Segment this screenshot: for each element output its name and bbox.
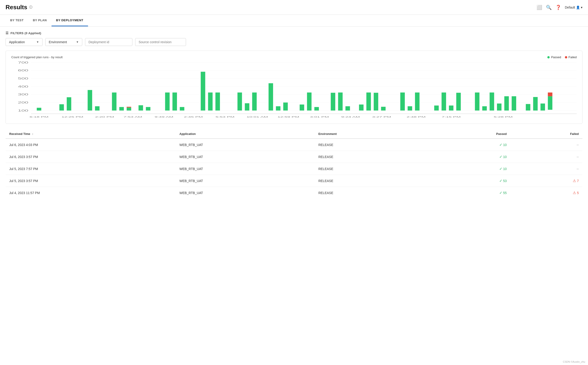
tab-by-deployment[interactable]: BY DEPLOYMENT <box>51 15 88 26</box>
svg-text:2:45 PM: 2:45 PM <box>184 115 203 118</box>
svg-rect-48 <box>407 106 412 110</box>
check-icon: ✓ <box>499 143 502 147</box>
cell-received-time: Jul 5, 2023 7:57 PM <box>6 163 176 175</box>
table-header-row: Received Time ↑ Application Environment … <box>6 129 582 139</box>
th-failed: Failed <box>510 129 582 139</box>
user-menu[interactable]: Default 👤 ▾ <box>565 6 582 9</box>
svg-text:100: 100 <box>18 109 28 112</box>
application-filter-label: Application <box>9 40 25 44</box>
tabs-bar: BY TEST BY PLAN BY DEPLOYMENT <box>0 15 588 27</box>
page-title: Results ⓘ <box>6 4 32 11</box>
svg-rect-21 <box>127 107 131 110</box>
passed-value[interactable]: 10 <box>503 167 507 171</box>
svg-rect-42 <box>345 106 350 110</box>
cell-failed: -- <box>510 139 582 151</box>
cell-failed: ⚠7 <box>510 175 582 187</box>
svg-text:3:01 PM: 3:01 PM <box>310 115 329 118</box>
svg-rect-30 <box>215 92 220 110</box>
cell-passed: ✓10 <box>430 139 511 151</box>
table-row: Jul 4, 2023 11:57 PMWEB_RTB_UATRELEASE✓5… <box>6 187 582 199</box>
source-control-input[interactable] <box>135 38 186 46</box>
page: Results ⓘ ⬜ 🔍 ❓ Default 👤 ▾ BY TEST BY P… <box>0 0 588 365</box>
svg-text:5:28 PM: 5:28 PM <box>494 115 513 118</box>
failed-dot <box>565 56 567 58</box>
cell-passed: ✓55 <box>430 187 511 199</box>
cell-application: WEB_RTB_UAT <box>176 187 315 199</box>
results-table-section: Received Time ↑ Application Environment … <box>6 129 582 199</box>
cell-environment: RELEASE <box>315 187 430 199</box>
svg-rect-59 <box>512 96 516 111</box>
environment-filter[interactable]: Environment ▼ <box>45 38 82 46</box>
svg-rect-58 <box>504 96 509 111</box>
failed-value[interactable]: 5 <box>577 191 579 195</box>
info-icon[interactable]: ⓘ <box>29 5 32 9</box>
failed-value[interactable]: 7 <box>577 179 579 183</box>
svg-rect-54 <box>475 92 480 110</box>
user-avatar-icon: 👤 <box>576 6 580 9</box>
tab-by-test[interactable]: BY TEST <box>6 15 28 26</box>
svg-rect-51 <box>441 92 446 110</box>
svg-rect-25 <box>165 92 170 110</box>
svg-text:9:49 AM: 9:49 AM <box>154 115 173 118</box>
chart-header: Count of triggered plan runs - by result… <box>11 56 577 59</box>
cell-environment: RELEASE <box>315 139 430 151</box>
monitor-icon[interactable]: ⬜ <box>537 5 542 10</box>
search-icon[interactable]: 🔍 <box>546 5 552 10</box>
th-passed: Passed <box>430 129 511 139</box>
chart-title: Count of triggered plan runs - by result <box>11 56 63 59</box>
header: Results ⓘ ⬜ 🔍 ❓ Default 👤 ▾ <box>0 0 588 15</box>
filter-controls: Application ▼ Environment ▼ <box>6 38 582 46</box>
svg-rect-33 <box>252 92 257 110</box>
svg-text:12:59 PM: 12:59 PM <box>278 115 299 118</box>
svg-rect-57 <box>497 104 502 110</box>
main-content: ☰ FILTERS (0 Applied) Application ▼ Envi… <box>0 27 588 203</box>
deployment-id-input[interactable] <box>85 38 132 46</box>
svg-rect-32 <box>245 103 250 110</box>
svg-text:7:53 AM: 7:53 AM <box>124 115 142 118</box>
svg-text:7:15 PM: 7:15 PM <box>442 115 461 118</box>
svg-rect-44 <box>366 92 371 110</box>
svg-rect-47 <box>400 92 405 110</box>
cell-environment: RELEASE <box>315 151 430 163</box>
svg-text:5:53 PM: 5:53 PM <box>216 115 235 118</box>
svg-text:3:27 PM: 3:27 PM <box>372 115 391 118</box>
application-filter-arrow: ▼ <box>36 40 39 44</box>
th-received-time[interactable]: Received Time ↑ <box>6 129 176 139</box>
legend-failed-label: Failed <box>569 56 577 59</box>
cell-application: WEB_RTB_UAT <box>176 175 315 187</box>
svg-rect-61 <box>533 97 538 111</box>
chart-area: 700 600 500 400 300 200 100 <box>11 61 577 121</box>
sort-asc-icon: ↑ <box>32 133 34 135</box>
svg-text:300: 300 <box>18 93 28 96</box>
cell-application: WEB_RTB_UAT <box>176 139 315 151</box>
svg-text:12:25 PM: 12:25 PM <box>62 115 83 118</box>
cell-application: WEB_RTB_UAT <box>176 163 315 175</box>
passed-value[interactable]: 10 <box>503 143 507 147</box>
passed-value[interactable]: 53 <box>503 179 507 183</box>
svg-rect-41 <box>338 92 343 110</box>
svg-rect-36 <box>283 103 288 111</box>
check-icon: ✓ <box>499 191 502 195</box>
table-body: Jul 6, 2023 4:03 PMWEB_RTB_UATRELEASE✓10… <box>6 139 582 199</box>
help-icon[interactable]: ❓ <box>555 5 561 10</box>
svg-text:2:48 PM: 2:48 PM <box>407 115 426 118</box>
svg-text:2:20 PM: 2:20 PM <box>95 115 114 118</box>
svg-rect-50 <box>434 105 439 111</box>
svg-text:200: 200 <box>18 101 28 104</box>
svg-rect-29 <box>208 92 213 110</box>
legend-passed: Passed <box>547 56 561 59</box>
header-actions: ⬜ 🔍 ❓ Default 👤 ▾ <box>537 5 582 10</box>
cell-received-time: Jul 5, 2023 3:57 PM <box>6 175 176 187</box>
svg-rect-52 <box>449 105 454 111</box>
footer-credit: CSDN ©Austin_zhu <box>563 360 585 363</box>
application-filter[interactable]: Application ▼ <box>6 38 42 46</box>
svg-rect-37 <box>300 105 304 110</box>
chart-container: Count of triggered plan runs - by result… <box>6 51 582 124</box>
passed-value[interactable]: 55 <box>503 191 507 195</box>
passed-value[interactable]: 10 <box>503 155 507 159</box>
cell-passed: ✓10 <box>430 163 511 175</box>
environment-filter-label: Environment <box>49 40 67 44</box>
cell-application: WEB_RTB_UAT <box>176 151 315 163</box>
tab-by-plan[interactable]: BY PLAN <box>28 15 51 26</box>
svg-rect-46 <box>381 107 386 110</box>
